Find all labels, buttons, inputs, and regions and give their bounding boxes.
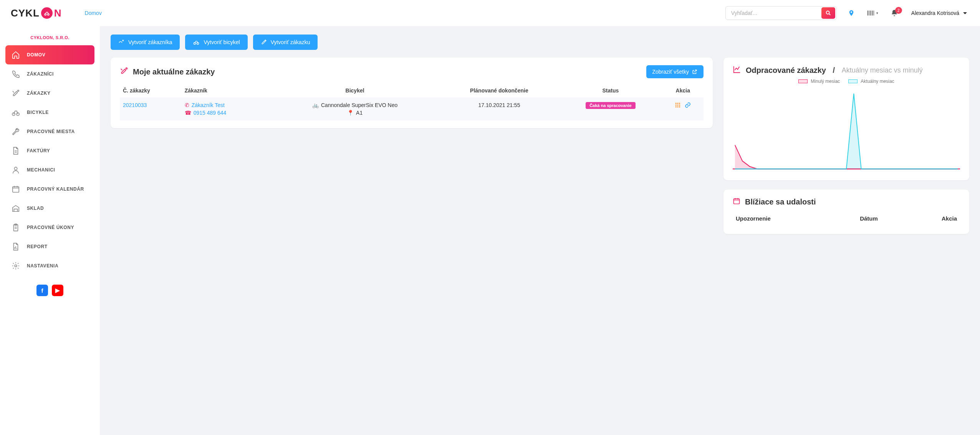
table-row: 20210033 ✆Zákazník Test ☎0915 489 644 🚲C…	[120, 97, 704, 120]
svg-rect-7	[872, 11, 873, 16]
col-planned: Plánované dokončenie	[440, 84, 559, 97]
svg-rect-3	[867, 11, 868, 16]
svg-rect-21	[677, 103, 679, 104]
sidebar-item-warehouse[interactable]: SKLAD	[5, 199, 94, 218]
show-all-label: Zobraziť všetky	[652, 69, 689, 75]
svg-rect-13	[13, 187, 19, 193]
search-box	[725, 6, 837, 20]
home-icon	[11, 51, 21, 59]
bike-icon	[193, 39, 200, 45]
sidebar-item-gear[interactable]: NASTAVENIA	[5, 256, 94, 275]
tools-icon	[11, 89, 21, 97]
sidebar-item-wrench[interactable]: PRACOVNÉ MIESTA	[5, 122, 94, 141]
grid-action-icon[interactable]	[675, 102, 681, 109]
orders-card: Moje aktuálne zákazky Zobraziť všetky Č.…	[111, 58, 713, 128]
sidebar-item-report[interactable]: REPORT	[5, 237, 94, 256]
gear-icon	[11, 262, 21, 270]
social-links: f ▶	[5, 285, 94, 296]
sidebar-item-label: MECHANICI	[27, 167, 55, 173]
create-order-label: Vytvoriť zákazku	[271, 39, 310, 45]
logo-roundel-icon	[41, 7, 53, 19]
bike-location: A1	[356, 110, 363, 116]
calendar-icon	[733, 197, 740, 207]
sidebar-item-calendar[interactable]: PRACOVNÝ KALENDÁR	[5, 180, 94, 199]
status-badge: Čaká na spracovanie	[586, 102, 635, 109]
bike-icon: 🚲	[312, 102, 319, 108]
calendar-icon	[11, 185, 21, 193]
user-icon	[11, 166, 21, 174]
worked-orders-card: Odpracované zákazky / Aktuálny mesiac vs…	[723, 58, 969, 180]
svg-point-2	[826, 11, 829, 14]
svg-point-12	[14, 167, 17, 170]
pin-icon	[848, 10, 855, 16]
search-input[interactable]	[726, 10, 820, 16]
sidebar-item-label: PRACOVNÉ ÚKONY	[27, 225, 74, 230]
show-all-orders-button[interactable]: Zobraziť všetky	[646, 65, 704, 78]
user-menu[interactable]: Alexandra Kotrisová	[909, 10, 969, 16]
col-status: Status	[559, 84, 662, 97]
search-button[interactable]	[821, 7, 835, 19]
create-bike-button[interactable]: Vytvoriť bicykel	[185, 35, 247, 50]
worked-title: Odpracované zákazky	[746, 66, 826, 75]
sidebar-item-label: PRACOVNÝ KALENDÁR	[27, 186, 84, 192]
svg-rect-27	[677, 106, 679, 107]
col-order-no: Č. zákazky	[120, 84, 182, 97]
breadcrumb[interactable]: Domov	[85, 10, 102, 16]
svg-point-16	[15, 265, 17, 267]
svg-rect-22	[679, 103, 680, 104]
sidebar-item-bike[interactable]: BICYKLE	[5, 103, 94, 122]
svg-rect-24	[677, 105, 679, 106]
bike-icon	[11, 108, 21, 117]
pin-icon: 📍	[347, 110, 354, 116]
clipboard-icon	[11, 223, 21, 232]
col-customer: Zákazník	[182, 84, 270, 97]
notifications-button[interactable]: 2	[887, 9, 901, 17]
sidebar-item-file[interactable]: FAKTÚRY	[5, 141, 94, 160]
svg-rect-26	[675, 106, 677, 107]
sidebar-item-label: ZÁKAZKY	[27, 91, 51, 96]
col-action: Akcia	[662, 84, 704, 97]
svg-rect-28	[679, 106, 680, 107]
sidebar-item-clipboard[interactable]: PRACOVNÉ ÚKONY	[5, 218, 94, 237]
link-action-icon[interactable]	[685, 102, 691, 109]
sidebar-item-tools[interactable]: ZÁKAZKY	[5, 84, 94, 103]
main-content: Vytvoriť zákazníka Vytvoriť bicykel Vytv…	[100, 26, 980, 435]
legend-cur: Aktuálny mesiac	[861, 79, 894, 84]
warehouse-icon	[11, 204, 21, 213]
barcode-button[interactable]: ▾	[866, 10, 880, 16]
sidebar-item-phone[interactable]: ZÁKAZNÍCI	[5, 64, 94, 84]
svg-point-9	[18, 90, 19, 92]
svg-rect-20	[675, 103, 677, 104]
location-button[interactable]	[844, 10, 858, 16]
sidebar-item-label: BICYKLE	[27, 110, 49, 115]
tools-icon	[261, 39, 267, 45]
sidebar-item-label: ZÁKAZNÍCI	[27, 71, 54, 77]
sidebar-item-label: PRACOVNÉ MIESTA	[27, 129, 75, 134]
phone-link[interactable]: 0915 489 644	[194, 110, 227, 116]
sidebar-item-label: SKLAD	[27, 206, 44, 211]
phone-icon: ☎	[185, 110, 191, 116]
svg-rect-5	[870, 11, 871, 16]
col-notice: Upozornenie	[733, 211, 857, 226]
col-date: Dátum	[858, 211, 911, 226]
orders-table: Č. zákazky Zákazník Bicykel Plánované do…	[120, 84, 704, 120]
youtube-link[interactable]: ▶	[52, 285, 63, 296]
customer-link[interactable]: Zákazník Test	[192, 102, 225, 108]
company-name: CYKLOON, S.R.O.	[5, 35, 94, 40]
svg-rect-23	[675, 105, 677, 106]
sidebar-item-label: FAKTÚRY	[27, 148, 50, 153]
sidebar-item-user[interactable]: MECHANICI	[5, 160, 94, 180]
sidebar-item-home[interactable]: DOMOV	[5, 45, 94, 64]
svg-rect-8	[874, 11, 874, 16]
create-order-button[interactable]: Vytvoriť zákazku	[253, 35, 318, 50]
customer-icon: ✆	[185, 102, 189, 108]
logo[interactable]: CYKL N	[11, 7, 62, 19]
chevron-down-icon	[963, 12, 967, 16]
facebook-link[interactable]: f	[36, 285, 48, 296]
external-link-icon	[692, 69, 697, 74]
order-link[interactable]: 20210033	[123, 102, 147, 108]
topbar: CYKL N Domov ▾ 2 Alexandra Kotrisová	[0, 0, 980, 26]
events-card: Blížiace sa udalosti Upozornenie Dátum A…	[723, 189, 969, 234]
create-customer-button[interactable]: Vytvoriť zákazníka	[111, 35, 180, 50]
quick-actions: Vytvoriť zákazníka Vytvoriť bicykel Vytv…	[111, 35, 969, 50]
